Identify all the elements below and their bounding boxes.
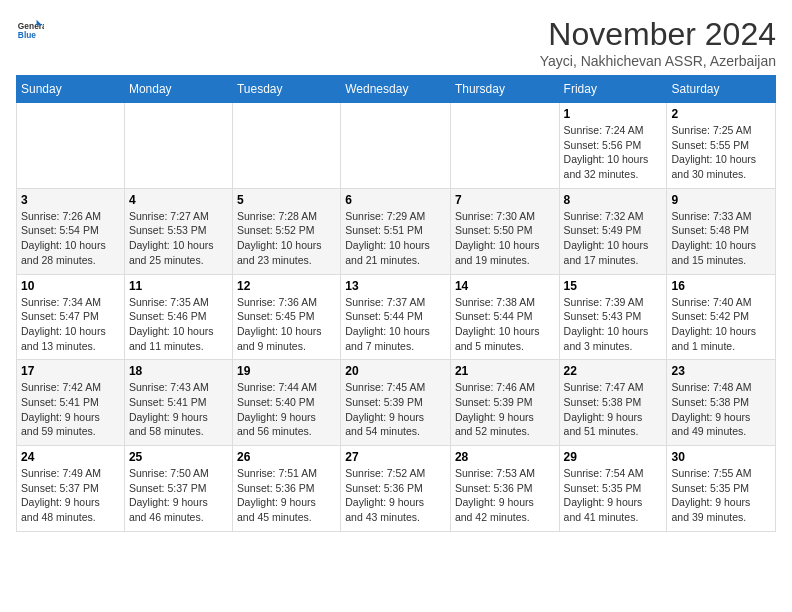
day-number: 21: [455, 364, 555, 378]
calendar-cell: 25Sunrise: 7:50 AM Sunset: 5:37 PM Dayli…: [124, 446, 232, 532]
day-number: 5: [237, 193, 336, 207]
calendar-cell: 23Sunrise: 7:48 AM Sunset: 5:38 PM Dayli…: [667, 360, 776, 446]
day-info: Sunrise: 7:39 AM Sunset: 5:43 PM Dayligh…: [564, 295, 663, 354]
day-info: Sunrise: 7:35 AM Sunset: 5:46 PM Dayligh…: [129, 295, 228, 354]
day-info: Sunrise: 7:48 AM Sunset: 5:38 PM Dayligh…: [671, 380, 771, 439]
calendar-cell: 5Sunrise: 7:28 AM Sunset: 5:52 PM Daylig…: [232, 188, 340, 274]
day-info: Sunrise: 7:36 AM Sunset: 5:45 PM Dayligh…: [237, 295, 336, 354]
calendar-cell: 30Sunrise: 7:55 AM Sunset: 5:35 PM Dayli…: [667, 446, 776, 532]
day-info: Sunrise: 7:55 AM Sunset: 5:35 PM Dayligh…: [671, 466, 771, 525]
calendar-cell: 6Sunrise: 7:29 AM Sunset: 5:51 PM Daylig…: [341, 188, 451, 274]
day-info: Sunrise: 7:26 AM Sunset: 5:54 PM Dayligh…: [21, 209, 120, 268]
day-number: 22: [564, 364, 663, 378]
day-number: 26: [237, 450, 336, 464]
day-info: Sunrise: 7:37 AM Sunset: 5:44 PM Dayligh…: [345, 295, 446, 354]
day-info: Sunrise: 7:50 AM Sunset: 5:37 PM Dayligh…: [129, 466, 228, 525]
day-number: 23: [671, 364, 771, 378]
weekday-header-thursday: Thursday: [450, 76, 559, 103]
calendar-cell: 26Sunrise: 7:51 AM Sunset: 5:36 PM Dayli…: [232, 446, 340, 532]
day-info: Sunrise: 7:44 AM Sunset: 5:40 PM Dayligh…: [237, 380, 336, 439]
day-number: 24: [21, 450, 120, 464]
calendar-header-row: SundayMondayTuesdayWednesdayThursdayFrid…: [17, 76, 776, 103]
calendar-cell: 21Sunrise: 7:46 AM Sunset: 5:39 PM Dayli…: [450, 360, 559, 446]
calendar-cell: 29Sunrise: 7:54 AM Sunset: 5:35 PM Dayli…: [559, 446, 667, 532]
calendar-cell: 4Sunrise: 7:27 AM Sunset: 5:53 PM Daylig…: [124, 188, 232, 274]
day-info: Sunrise: 7:52 AM Sunset: 5:36 PM Dayligh…: [345, 466, 446, 525]
day-info: Sunrise: 7:30 AM Sunset: 5:50 PM Dayligh…: [455, 209, 555, 268]
day-number: 9: [671, 193, 771, 207]
day-number: 11: [129, 279, 228, 293]
day-info: Sunrise: 7:28 AM Sunset: 5:52 PM Dayligh…: [237, 209, 336, 268]
calendar-cell: 19Sunrise: 7:44 AM Sunset: 5:40 PM Dayli…: [232, 360, 340, 446]
day-number: 3: [21, 193, 120, 207]
day-number: 15: [564, 279, 663, 293]
day-number: 14: [455, 279, 555, 293]
calendar-cell: 27Sunrise: 7:52 AM Sunset: 5:36 PM Dayli…: [341, 446, 451, 532]
day-info: Sunrise: 7:43 AM Sunset: 5:41 PM Dayligh…: [129, 380, 228, 439]
calendar-cell: 17Sunrise: 7:42 AM Sunset: 5:41 PM Dayli…: [17, 360, 125, 446]
day-info: Sunrise: 7:24 AM Sunset: 5:56 PM Dayligh…: [564, 123, 663, 182]
weekday-header-monday: Monday: [124, 76, 232, 103]
day-number: 18: [129, 364, 228, 378]
day-info: Sunrise: 7:25 AM Sunset: 5:55 PM Dayligh…: [671, 123, 771, 182]
day-number: 17: [21, 364, 120, 378]
day-info: Sunrise: 7:49 AM Sunset: 5:37 PM Dayligh…: [21, 466, 120, 525]
day-number: 10: [21, 279, 120, 293]
day-info: Sunrise: 7:33 AM Sunset: 5:48 PM Dayligh…: [671, 209, 771, 268]
day-info: Sunrise: 7:46 AM Sunset: 5:39 PM Dayligh…: [455, 380, 555, 439]
calendar-cell: 3Sunrise: 7:26 AM Sunset: 5:54 PM Daylig…: [17, 188, 125, 274]
calendar-cell: [450, 103, 559, 189]
calendar-cell: 2Sunrise: 7:25 AM Sunset: 5:55 PM Daylig…: [667, 103, 776, 189]
day-number: 30: [671, 450, 771, 464]
day-info: Sunrise: 7:27 AM Sunset: 5:53 PM Dayligh…: [129, 209, 228, 268]
day-info: Sunrise: 7:34 AM Sunset: 5:47 PM Dayligh…: [21, 295, 120, 354]
calendar-cell: 28Sunrise: 7:53 AM Sunset: 5:36 PM Dayli…: [450, 446, 559, 532]
day-number: 7: [455, 193, 555, 207]
day-number: 29: [564, 450, 663, 464]
calendar-cell: 8Sunrise: 7:32 AM Sunset: 5:49 PM Daylig…: [559, 188, 667, 274]
calendar-week-row: 10Sunrise: 7:34 AM Sunset: 5:47 PM Dayli…: [17, 274, 776, 360]
calendar-week-row: 1Sunrise: 7:24 AM Sunset: 5:56 PM Daylig…: [17, 103, 776, 189]
day-info: Sunrise: 7:32 AM Sunset: 5:49 PM Dayligh…: [564, 209, 663, 268]
day-number: 4: [129, 193, 228, 207]
calendar-cell: 10Sunrise: 7:34 AM Sunset: 5:47 PM Dayli…: [17, 274, 125, 360]
weekday-header-wednesday: Wednesday: [341, 76, 451, 103]
weekday-header-friday: Friday: [559, 76, 667, 103]
calendar-cell: 9Sunrise: 7:33 AM Sunset: 5:48 PM Daylig…: [667, 188, 776, 274]
calendar-cell: 15Sunrise: 7:39 AM Sunset: 5:43 PM Dayli…: [559, 274, 667, 360]
weekday-header-saturday: Saturday: [667, 76, 776, 103]
day-info: Sunrise: 7:53 AM Sunset: 5:36 PM Dayligh…: [455, 466, 555, 525]
calendar-cell: [124, 103, 232, 189]
day-info: Sunrise: 7:51 AM Sunset: 5:36 PM Dayligh…: [237, 466, 336, 525]
location-subtitle: Yayci, Nakhichevan ASSR, Azerbaijan: [540, 53, 776, 69]
day-number: 25: [129, 450, 228, 464]
calendar-cell: 7Sunrise: 7:30 AM Sunset: 5:50 PM Daylig…: [450, 188, 559, 274]
calendar-cell: 24Sunrise: 7:49 AM Sunset: 5:37 PM Dayli…: [17, 446, 125, 532]
calendar-cell: 16Sunrise: 7:40 AM Sunset: 5:42 PM Dayli…: [667, 274, 776, 360]
page-header: General Blue November 2024 Yayci, Nakhic…: [16, 16, 776, 69]
day-number: 28: [455, 450, 555, 464]
calendar-cell: [232, 103, 340, 189]
day-number: 27: [345, 450, 446, 464]
day-number: 20: [345, 364, 446, 378]
calendar-cell: 11Sunrise: 7:35 AM Sunset: 5:46 PM Dayli…: [124, 274, 232, 360]
day-info: Sunrise: 7:38 AM Sunset: 5:44 PM Dayligh…: [455, 295, 555, 354]
day-number: 13: [345, 279, 446, 293]
calendar-week-row: 3Sunrise: 7:26 AM Sunset: 5:54 PM Daylig…: [17, 188, 776, 274]
day-number: 8: [564, 193, 663, 207]
month-title: November 2024: [540, 16, 776, 53]
weekday-header-sunday: Sunday: [17, 76, 125, 103]
calendar-cell: 1Sunrise: 7:24 AM Sunset: 5:56 PM Daylig…: [559, 103, 667, 189]
calendar-cell: [341, 103, 451, 189]
calendar-week-row: 17Sunrise: 7:42 AM Sunset: 5:41 PM Dayli…: [17, 360, 776, 446]
svg-text:Blue: Blue: [18, 30, 36, 40]
day-info: Sunrise: 7:54 AM Sunset: 5:35 PM Dayligh…: [564, 466, 663, 525]
logo: General Blue: [16, 16, 44, 44]
day-info: Sunrise: 7:45 AM Sunset: 5:39 PM Dayligh…: [345, 380, 446, 439]
calendar-cell: [17, 103, 125, 189]
day-info: Sunrise: 7:40 AM Sunset: 5:42 PM Dayligh…: [671, 295, 771, 354]
calendar-cell: 20Sunrise: 7:45 AM Sunset: 5:39 PM Dayli…: [341, 360, 451, 446]
calendar-cell: 13Sunrise: 7:37 AM Sunset: 5:44 PM Dayli…: [341, 274, 451, 360]
weekday-header-tuesday: Tuesday: [232, 76, 340, 103]
calendar-table: SundayMondayTuesdayWednesdayThursdayFrid…: [16, 75, 776, 532]
